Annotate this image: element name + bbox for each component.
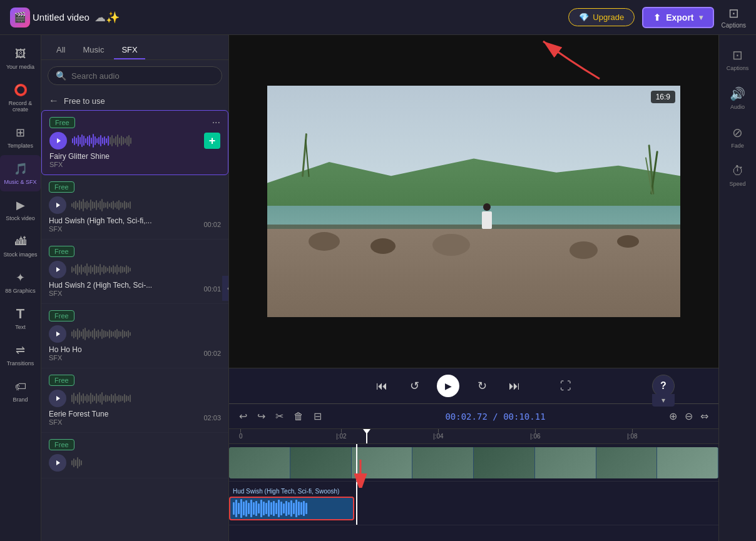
sidebar-item-templates[interactable]: ⊞ Templates — [0, 119, 41, 155]
app-logo: 🎬 — [10, 8, 30, 28]
aspect-ratio-badge: 16:9 — [651, 91, 675, 103]
back-arrow-icon: ← — [49, 95, 59, 106]
playhead[interactable] — [366, 429, 367, 443]
sfx-duration-5: 02:03 — [203, 414, 221, 422]
tab-all[interactable]: All — [49, 41, 73, 59]
right-sidebar-fade[interactable]: ⊘ Fade — [719, 118, 756, 156]
skip-forward-button[interactable]: ⏭ — [504, 376, 524, 396]
play-button-hud-swish-2[interactable] — [49, 261, 66, 278]
svg-marker-3 — [56, 331, 60, 336]
sidebar-item-music-sfx[interactable]: 🎵 Music & SFX — [0, 155, 41, 191]
captions-icon: ⊡ — [728, 6, 739, 21]
timeline-area: ↩ ↪ ✂ 🗑 ⊟ 00:02.72 / 00:10.11 ⊕ ⊖ ⇔ — [229, 403, 718, 541]
sfx-name-2: Hud Swish (High Tech, Sci-fi,... — [49, 216, 152, 225]
sidebar-item-transitions[interactable]: ⇌ Transitions — [0, 336, 41, 373]
search-input[interactable] — [71, 71, 214, 81]
audio-track-playhead — [356, 482, 357, 525]
sfx-info-eerie-forest: Eerie Forest Tune SFX 02:03 — [49, 410, 221, 426]
dropdown-arrow-icon: ▾ — [699, 13, 703, 22]
sfx-info-hud-swish-1: Hud Swish (High Tech, Sci-fi,... SFX 00:… — [49, 216, 221, 233]
captions-button[interactable]: ⊡ Captions — [722, 6, 746, 29]
svg-marker-5 — [56, 460, 60, 465]
undo-button[interactable]: ↩ — [237, 409, 250, 423]
play-button-6[interactable] — [49, 454, 66, 472]
search-icon: 🔍 — [56, 71, 66, 81]
sfx-duration-4: 00:02 — [203, 350, 221, 357]
sfx-item-header: Free ··· — [49, 117, 220, 128]
free-badge-4: Free — [49, 310, 74, 321]
sfx-more-btn[interactable]: ··· — [212, 117, 220, 128]
delete-button[interactable]: 🗑 — [291, 410, 306, 423]
tab-sfx[interactable]: SFX — [114, 41, 145, 59]
redo-button[interactable]: ↪ — [255, 409, 268, 423]
free-badge-3: Free — [49, 246, 74, 257]
ruler-mark-0: 0 — [239, 429, 243, 440]
panel-collapse-button[interactable]: ‹ — [222, 276, 229, 301]
templates-icon: ⊞ — [13, 125, 28, 140]
upgrade-button[interactable]: 💎 Upgrade — [568, 8, 635, 26]
sfx-item-header-3: Free — [49, 246, 221, 257]
video-thumb-1 — [229, 447, 290, 478]
right-sidebar-audio[interactable]: 🔊 Audio — [719, 79, 756, 118]
right-sidebar-speed[interactable]: ⏱ Speed — [719, 156, 756, 195]
sfx-tag-2: SFX — [49, 225, 152, 233]
timeline-collapse-button[interactable]: ▾ — [652, 394, 675, 407]
fit-timeline-button[interactable]: ⇔ — [698, 409, 711, 423]
sidebar-item-graphics[interactable]: ✦ 88 Graphics — [0, 264, 41, 300]
sidebar-item-record-create[interactable]: ⭕ Record & create — [0, 76, 41, 119]
zoom-out-button[interactable]: ⊖ — [682, 409, 695, 423]
svg-marker-2 — [56, 267, 60, 272]
sfx-item-hud-swish-2: Free Hud Swish 2 (High Tech, Sci-... SFX — [41, 240, 228, 304]
sidebar-item-stock-video[interactable]: ▶ Stock video — [0, 191, 41, 228]
search-bar: 🔍 — [48, 66, 222, 85]
topbar-actions: 💎 Upgrade ⬆ Export ▾ ⊡ Captions — [568, 6, 746, 29]
play-button-ho-ho-ho[interactable] — [49, 325, 66, 343]
export-button[interactable]: ⬆ Export ▾ — [642, 7, 713, 28]
video-track-clip[interactable] — [229, 447, 718, 478]
video-thumb-7 — [596, 447, 658, 478]
rewind-5s-button[interactable]: ↺ — [404, 376, 424, 396]
sfx-name: Fairy Glitter Shine — [49, 152, 110, 161]
sidebar-item-text[interactable]: T Text — [0, 300, 41, 336]
play-button-eerie-forest[interactable] — [49, 390, 66, 407]
diamond-icon: 💎 — [579, 13, 589, 22]
skip-back-button[interactable]: ⏮ — [372, 376, 392, 396]
forward-5s-button[interactable]: ↻ — [472, 376, 492, 396]
playhead-handle[interactable] — [363, 429, 370, 434]
tab-music[interactable]: Music — [75, 41, 111, 59]
scene-rocks — [267, 229, 680, 317]
play-pause-button[interactable]: ▶ — [437, 375, 459, 397]
add-button-fairy-glitter[interactable]: + — [204, 133, 220, 149]
timeline-toolbar: ↩ ↪ ✂ 🗑 ⊟ 00:02.72 / 00:10.11 ⊕ ⊖ ⇔ — [229, 404, 718, 429]
text-icon: T — [13, 306, 28, 321]
zoom-in-button[interactable]: ⊕ — [667, 409, 680, 423]
timeline-current-time: 00:02.72 / 00:10.11 — [445, 412, 545, 422]
sfx-list: Free ··· — [41, 110, 228, 541]
free-badge-2: Free — [49, 181, 74, 193]
sfx-duration-2: 00:02 — [203, 221, 221, 228]
stock-images-icon: 🏙 — [13, 234, 28, 249]
video-thumb-3 — [352, 447, 413, 478]
sidebar-item-your-media[interactable]: 🖼 Your media — [0, 40, 41, 76]
sfx-item-ho-ho-ho: Free Ho Ho Ho SFX 00:02 — [41, 304, 228, 368]
split-button[interactable]: ⊟ — [311, 409, 324, 423]
sfx-item-row-3 — [49, 261, 221, 278]
sidebar-item-brand[interactable]: 🏷 Brand — [0, 373, 41, 409]
sidebar-item-stock-images[interactable]: 🏙 Stock images — [0, 228, 41, 264]
right-sidebar-captions[interactable]: ⊡ Captions — [719, 40, 756, 79]
audio-clip[interactable] — [229, 497, 354, 520]
ruler-mark-02: |:02 — [336, 429, 347, 440]
play-button-hud-swish-1[interactable] — [49, 196, 66, 214]
fullscreen-button[interactable]: ⛶ — [556, 376, 576, 396]
center-area: 16:9 ⏮ ↺ ▶ ↻ ⏭ ⛶ ? ▾ ↩ ↪ ✂ 🗑 ⊟ 00:02. — [229, 35, 718, 541]
cut-button[interactable]: ✂ — [273, 409, 286, 423]
right-sidebar: ⊡ Captions 🔊 Audio ⊘ Fade ⏱ Speed — [718, 35, 756, 541]
timeline-tracks: Hud Swish (High Tech, Sci-fi, Swoosh) — [229, 444, 718, 541]
video-thumbnails — [229, 447, 718, 478]
svg-marker-1 — [56, 203, 60, 208]
sfx-item-eerie-forest: Free Eerie Forest Tune SFX 02:03 — [41, 368, 228, 433]
video-thumb-5 — [474, 447, 535, 478]
play-button-fairy-glitter[interactable] — [49, 132, 67, 149]
scene-water — [267, 206, 680, 225]
free-to-use-header[interactable]: ← Free to use — [41, 91, 228, 110]
